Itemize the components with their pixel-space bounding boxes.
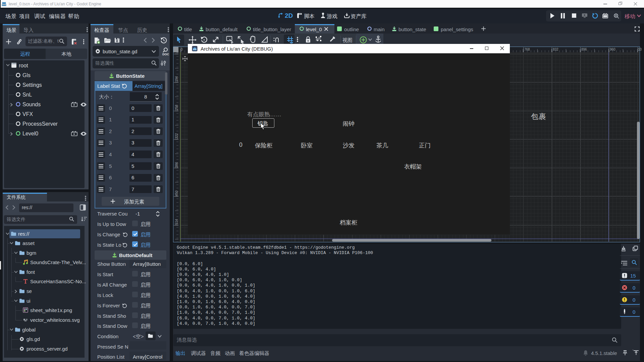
svg-text:DOC: DOC <box>162 53 169 56</box>
